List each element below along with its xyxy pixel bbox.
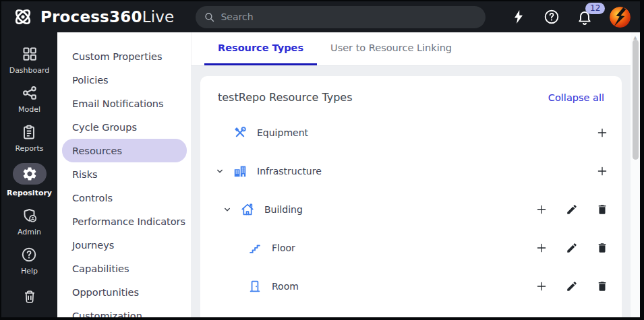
help-circle-icon[interactable] — [544, 9, 560, 25]
bell-icon[interactable]: 12 — [577, 9, 593, 25]
chevron-down-icon[interactable] — [223, 205, 240, 214]
app-body: Dashboard Model — [1, 32, 640, 317]
tab-resource-types[interactable]: Resource Types — [204, 32, 317, 65]
tree-row-floor: Floor — [215, 228, 608, 267]
row-actions — [596, 127, 608, 139]
sidebar-item-risks[interactable]: Risks — [57, 162, 191, 186]
sidebar-item-performance-indicators[interactable]: Performance Indicators — [57, 210, 191, 233]
tab-bar: Resource Types User to Resource Linking — [191, 32, 640, 66]
app-window: Process360Live — [0, 0, 644, 320]
admin-shield-icon — [22, 207, 38, 224]
tree-row-building: Building — [215, 190, 608, 228]
dashboard-grid-icon — [22, 46, 38, 62]
sidebar-item-journeys[interactable]: Journeys — [57, 233, 191, 257]
tab-user-to-resource-linking[interactable]: User to Resource Linking — [317, 32, 465, 65]
tree-row-equipment: Equipment — [215, 113, 608, 152]
sidebar-item-help[interactable]: Help — [21, 247, 38, 276]
sidebar-item-label: Reports — [15, 144, 43, 153]
add-button[interactable] — [535, 280, 548, 292]
content-area: testRepo Resource Types Collapse all — [191, 66, 640, 317]
sidebar-item-capabilities[interactable]: Capabilities — [57, 257, 191, 280]
help-circle-icon — [21, 247, 37, 263]
buildings-icon — [233, 164, 247, 179]
tree-node-label: Building — [264, 204, 303, 215]
sidebar-item-email-notifications[interactable]: Email Notifications — [57, 92, 191, 115]
search-icon — [204, 11, 215, 23]
edit-pencil-icon[interactable] — [566, 203, 578, 216]
repository-gear-icon — [13, 163, 47, 185]
add-button[interactable] — [535, 242, 548, 254]
row-actions — [535, 242, 608, 254]
tree-node-label: Infrastructure — [257, 166, 322, 177]
chevron-down-icon[interactable] — [215, 166, 233, 176]
vertical-scrollbar[interactable]: ▲ — [631, 32, 640, 317]
main-area: Resource Types User to Resource Linking … — [191, 32, 640, 317]
card-header: testRepo Resource Types Collapse all — [215, 91, 608, 104]
topbar-actions: 12 — [510, 7, 633, 28]
sidebar-item-label: Repository — [7, 189, 52, 197]
tree-node-label: Equipment — [257, 127, 308, 138]
sidebar-item-customization[interactable]: Customization — [57, 304, 191, 317]
sidebar-item-cycle-groups[interactable]: Cycle Groups — [57, 115, 191, 139]
repository-sidebar: Custom Properties Policies Email Notific… — [57, 32, 191, 317]
sidebar-item-dashboard[interactable]: Dashboard — [9, 46, 50, 75]
row-actions — [596, 165, 608, 177]
sidebar-item-label: Model — [18, 105, 40, 114]
tree-row-room: Room — [215, 267, 608, 305]
sidebar-item-admin[interactable]: Admin — [18, 207, 41, 236]
sidebar-item-opportunities[interactable]: Opportunities — [57, 280, 191, 304]
top-bar: Process360Live — [1, 1, 640, 32]
delete-trash-icon[interactable] — [596, 203, 608, 216]
tree-row-infrastructure: Infrastructure — [215, 152, 608, 190]
sidebar-item-controls[interactable]: Controls — [57, 186, 191, 210]
sidebar-item-repository[interactable]: Repository — [7, 163, 52, 197]
sidebar-item-custom-properties[interactable]: Custom Properties — [57, 44, 191, 68]
brand-title: Process360Live — [40, 8, 174, 26]
edit-pencil-icon[interactable] — [566, 280, 578, 292]
sidebar-item-reports[interactable]: Reports — [15, 124, 43, 153]
resource-types-card: testRepo Resource Types Collapse all — [200, 76, 622, 320]
tree-node-label: Floor — [272, 243, 295, 253]
sidebar-item-label: Dashboard — [9, 66, 50, 75]
add-button[interactable] — [596, 165, 608, 177]
tools-icon — [233, 125, 247, 140]
search-input[interactable] — [221, 11, 477, 22]
sidebar-item-label: Admin — [18, 228, 41, 236]
stairs-icon — [247, 241, 262, 255]
sidebar-item-resources[interactable]: Resources — [62, 139, 187, 162]
notification-badge: 12 — [585, 3, 605, 14]
sidebar-item-policies[interactable]: Policies — [57, 68, 191, 92]
brand-light: Live — [142, 8, 175, 26]
sidebar-item-model[interactable]: Model — [18, 85, 40, 114]
model-share-icon — [22, 85, 38, 101]
house-icon — [240, 202, 255, 217]
brand-bold: Process360 — [40, 8, 142, 26]
door-icon — [247, 279, 262, 294]
add-button[interactable] — [535, 203, 548, 216]
lightning-icon[interactable] — [510, 9, 527, 25]
brand-atom-logo-icon — [11, 5, 35, 28]
icon-sidebar: Dashboard Model — [1, 32, 57, 317]
sidebar-item-label: Help — [21, 267, 38, 276]
card-title: testRepo Resource Types — [218, 91, 353, 104]
avatar[interactable] — [610, 7, 631, 28]
delete-trash-icon[interactable] — [596, 242, 608, 254]
reports-clipboard-icon — [21, 124, 37, 140]
trash-icon[interactable] — [22, 289, 37, 307]
edit-pencil-icon[interactable] — [566, 242, 578, 254]
row-actions — [535, 280, 608, 292]
add-button[interactable] — [596, 127, 608, 139]
search-bar[interactable] — [196, 6, 486, 28]
delete-trash-icon[interactable] — [596, 280, 608, 292]
collapse-all-link[interactable]: Collapse all — [548, 92, 604, 103]
scrollbar-thumb[interactable] — [633, 40, 639, 160]
row-actions — [535, 203, 608, 216]
tree-node-label: Room — [272, 281, 299, 292]
